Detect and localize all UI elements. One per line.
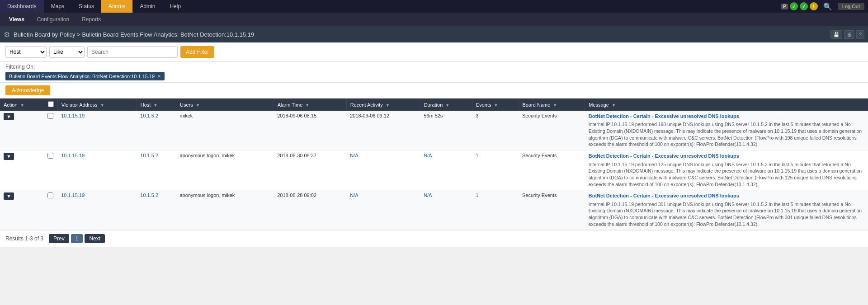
violator-ip-link[interactable]: 10.1.15.19 [61,113,85,118]
col-violator[interactable]: Violator Address ▼ [57,99,137,111]
users-cell: anonymous logon, mikek [176,190,274,230]
row-checkbox[interactable] [47,113,53,119]
col-events[interactable]: Events ▼ [472,99,519,111]
host-ip-link[interactable]: 10.1.5.2 [140,192,158,198]
active-filter-text: Bulletin Board Events:Flow Analytics: Bo… [9,74,155,79]
message-body: Internal IP 10.1.15.19 performed 301 uni… [589,201,864,228]
duration-value: N/A [424,192,432,198]
message-cell: BotNet Detection - Certain - Excessive u… [585,190,868,230]
host-cell: 10.1.5.2 [137,111,176,150]
filtering-on-bar: Filtering On: Bulletin Board Events:Flow… [0,62,868,83]
gear-icon: ⚙ [4,30,10,39]
violator-address-cell: 10.1.15.19 [57,111,137,150]
results-info: Results 1-3 of 3 [5,235,43,242]
yellow-warning-icon: ! [810,2,818,10]
alarm-time-cell: 2018-09-06 08:15 [274,111,346,150]
acknowledge-button[interactable]: Acknowledge [5,85,50,95]
duration-cell: N/A [420,150,472,190]
checkbox-cell [44,190,57,230]
col-alarm-time[interactable]: Alarm Time ▼ [274,99,346,111]
acknowledge-area: Acknowledge [0,83,868,99]
duration-value: 56m 52s [424,113,443,118]
message-body: Internal IP 10.1.15.19 performed 125 uni… [589,161,864,188]
duration-value: N/A [424,153,432,158]
action-cell: ▼ [0,150,44,190]
violator-address-cell: 10.1.15.19 [57,150,137,190]
print-icon-button[interactable]: 🖨 [844,30,854,39]
alarms-table-container: Action ▼ Violator Address ▼ Host ▼ Users… [0,99,868,230]
sub-navigation: Views Configuration Reports [0,13,868,26]
logout-button[interactable]: Log Out [838,3,864,10]
subnav-reports[interactable]: Reports [76,13,106,26]
users-cell: anonymous logon, mikek [176,150,274,190]
recent-activity-value[interactable]: 2018-09-06 09:12 [350,113,389,118]
host-cell: 10.1.5.2 [137,150,176,190]
nav-status[interactable]: Status [71,0,101,13]
col-board-name[interactable]: Board Name ▼ [519,99,585,111]
table-row: ▼ 10.1.15.19 10.1.5.2 anonymous logon, m… [0,150,868,190]
row-checkbox[interactable] [47,153,53,159]
add-filter-button[interactable]: Add Filter [180,46,214,58]
violator-ip-link[interactable]: 10.1.15.19 [61,153,85,158]
subnav-configuration[interactable]: Configuration [32,13,75,26]
breadcrumb-actions: 💾 🖨 ? [830,30,864,39]
recent-activity-cell: 2018-09-06 09:12 [346,111,420,150]
remove-filter-button[interactable]: × [157,73,161,80]
users-cell: mikek [176,111,274,150]
duration-cell: N/A [420,190,472,230]
select-all-checkbox[interactable] [48,101,54,107]
col-host[interactable]: Host ▼ [137,99,176,111]
green-check-icon-2: ✓ [800,2,808,10]
filter-field-select[interactable]: Host IP User Alarm Time [5,46,47,58]
events-cell: 3 [472,111,519,150]
search-icon[interactable]: 🔍 [820,2,836,11]
nav-dashboards[interactable]: Dashboards [0,0,44,13]
help-icon-button[interactable]: ? [856,30,864,39]
p-badge: P [781,4,788,9]
alarm-time-cell: 2018-08-30 08:37 [274,150,346,190]
board-name-cell: Security Events [519,111,585,150]
message-cell: BotNet Detection - Certain - Excessive u… [585,111,868,150]
col-duration[interactable]: Duration ▼ [420,99,472,111]
next-button[interactable]: Next [85,234,105,243]
recent-activity-cell: N/A [346,150,420,190]
table-row: ▼ 10.1.15.19 10.1.5.2 mikek 2018-09-06 0… [0,111,868,150]
host-ip-link[interactable]: 10.1.5.2 [140,113,158,118]
action-dropdown-button[interactable]: ▼ [4,153,14,160]
search-input[interactable] [87,46,178,58]
recent-activity-value: N/A [350,192,358,198]
nav-alarms[interactable]: Alarms [101,0,132,13]
breadcrumb-bar: ⚙ Bulletin Board by Policy > Bulletin Bo… [0,26,868,42]
col-recent-activity[interactable]: Recent Activity ▼ [346,99,420,111]
row-checkbox[interactable] [47,192,53,198]
violator-ip-link[interactable]: 10.1.15.19 [61,192,85,198]
subnav-views[interactable]: Views [4,13,30,26]
message-cell: BotNet Detection - Certain - Excessive u… [585,150,868,190]
active-filter-tag: Bulletin Board Events:Flow Analytics: Bo… [5,72,165,80]
prev-button[interactable]: Prev [49,234,69,243]
checkbox-cell [44,111,57,150]
alarm-time-cell: 2018-08-28 09:02 [274,190,346,230]
col-users[interactable]: Users ▼ [176,99,274,111]
nav-help[interactable]: Help [162,0,188,13]
message-title[interactable]: BotNet Detection - Certain - Excessive u… [589,113,864,120]
action-cell: ▼ [0,190,44,230]
duration-cell: 56m 52s [420,111,472,150]
filter-condition-select[interactable]: Like Equals Contains [49,46,85,58]
page-1-button[interactable]: 1 [71,234,83,243]
col-action[interactable]: Action ▼ [0,99,44,111]
nav-admin[interactable]: Admin [132,0,162,13]
message-body: Internal IP 10.1.15.19 performed 198 uni… [589,121,864,148]
action-dropdown-button[interactable]: ▼ [4,192,14,200]
board-name-cell: Security Events [519,150,585,190]
table-header-row: Action ▼ Violator Address ▼ Host ▼ Users… [0,99,868,111]
col-message[interactable]: Message ▼ [585,99,868,111]
host-ip-link[interactable]: 10.1.5.2 [140,153,158,158]
message-title[interactable]: BotNet Detection - Certain - Excessive u… [589,192,864,199]
save-icon-button[interactable]: 💾 [830,30,842,39]
nav-maps[interactable]: Maps [44,0,71,13]
recent-activity-cell: N/A [346,190,420,230]
alarms-table: Action ▼ Violator Address ▼ Host ▼ Users… [0,99,868,230]
action-dropdown-button[interactable]: ▼ [4,113,14,120]
message-title[interactable]: BotNet Detection - Certain - Excessive u… [589,153,864,160]
